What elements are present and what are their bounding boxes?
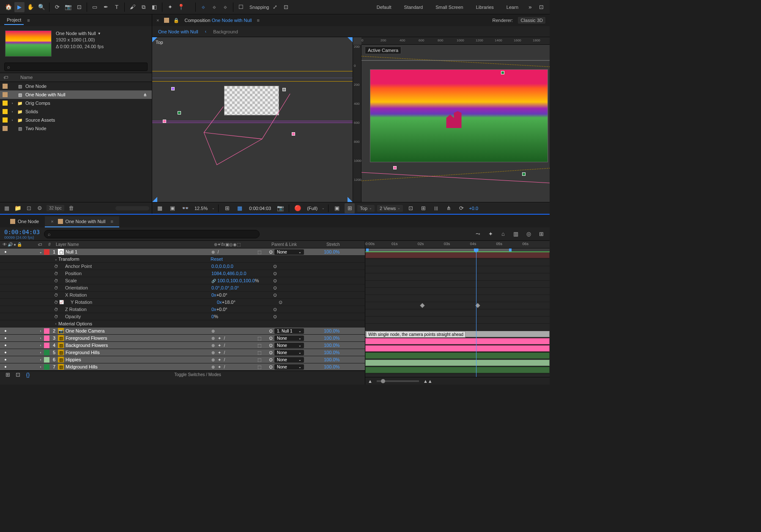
- toggle-switches-label[interactable]: Toggle Switches / Modes: [174, 372, 221, 377]
- workspace-overflow-icon[interactable]: »: [525, 2, 535, 12]
- close-tab-icon[interactable]: ×: [156, 18, 159, 23]
- timeline-icon[interactable]: ⫼: [431, 203, 441, 213]
- axis-local-icon[interactable]: ⟐: [198, 2, 208, 12]
- roto-tool-icon[interactable]: ✦: [165, 2, 175, 12]
- toggle-mask-icon[interactable]: ▣: [167, 203, 178, 213]
- comp-time[interactable]: 0:00:04:03: [247, 206, 273, 211]
- selection-tool-icon[interactable]: ▶: [14, 2, 25, 12]
- lock-icon[interactable]: 🔒: [173, 18, 179, 23]
- pan-behind-tool-icon[interactable]: ⊡: [74, 2, 84, 12]
- shy-icon[interactable]: ⌂: [499, 230, 507, 238]
- snap-opt1-icon[interactable]: ⤢: [270, 2, 280, 12]
- breadcrumb-link[interactable]: One Node with Null: [212, 18, 252, 23]
- toggle-icon-2[interactable]: ⊡: [13, 370, 23, 380]
- resolution-dropdown[interactable]: (Full): [305, 206, 319, 211]
- goggles-icon[interactable]: 👓: [180, 203, 190, 213]
- stretch-column[interactable]: Stretch: [324, 242, 365, 247]
- home-icon[interactable]: 🏠: [3, 2, 14, 12]
- exposure-value[interactable]: +0.0: [469, 206, 478, 211]
- zoom-value[interactable]: 12.5%: [193, 206, 209, 211]
- shape-tool-icon[interactable]: ▭: [90, 2, 100, 12]
- zoom-in-icon[interactable]: ▲▲: [423, 379, 433, 384]
- layer-row[interactable]: ● › 3 ▧ Foreground Flowers ⊕ ✦ /⬚ ⊙None⌄…: [0, 335, 365, 342]
- property-row[interactable]: ⏱Opacity0%⊙: [0, 313, 365, 320]
- type-tool-icon[interactable]: T: [112, 2, 122, 12]
- grid-toggle-icon[interactable]: ⊞: [345, 203, 355, 213]
- interpret-footage-icon[interactable]: ▦: [3, 204, 11, 213]
- property-row[interactable]: ⏱📈Y Rotation0x+18.0°⊙: [0, 299, 365, 306]
- brush-tool-icon[interactable]: 🖌: [127, 2, 137, 12]
- audio-column-icon[interactable]: 🔊: [8, 242, 13, 247]
- timeline-timecode[interactable]: 0:00:04:03: [4, 229, 40, 235]
- axis-world-icon[interactable]: ⟐: [209, 2, 219, 12]
- project-tab[interactable]: Project: [4, 16, 24, 25]
- time-ruler[interactable]: 0:00s01s02s03s04s05s06s: [365, 241, 550, 248]
- timeline-search-input[interactable]: ⌕: [44, 230, 260, 238]
- project-item[interactable]: ▧One Node with Null⋔: [0, 90, 152, 99]
- viewport-top[interactable]: Top: [152, 37, 353, 202]
- grid-icon[interactable]: ▦: [155, 203, 165, 213]
- snapshot-icon[interactable]: 📷: [275, 203, 285, 213]
- settings-icon[interactable]: ⚙: [36, 204, 44, 213]
- project-item[interactable]: ▧One Node: [0, 82, 152, 90]
- property-row[interactable]: ⏱Anchor Point0.0,0.0,0.0⊙: [0, 263, 365, 270]
- channel-icon[interactable]: 🔴: [293, 203, 303, 213]
- motion-blur-icon[interactable]: ◎: [524, 230, 533, 238]
- pixel-aspect-icon[interactable]: ⊡: [405, 203, 416, 213]
- camera-tool-icon[interactable]: 📷: [63, 2, 73, 12]
- pen-tool-icon[interactable]: ✒: [101, 2, 111, 12]
- layer-row[interactable]: ● › 7 ▧ Midground Hills ⊕ ✦ /⬚ ⊙None⌄ 10…: [0, 363, 365, 371]
- material-options-group[interactable]: ›Material Options: [0, 320, 365, 327]
- back-arrow-icon[interactable]: ‹: [205, 29, 206, 34]
- zoom-out-icon[interactable]: ▲: [368, 379, 372, 384]
- snap-opt2-icon[interactable]: ⊡: [281, 2, 291, 12]
- toggle-icon-1[interactable]: ⊞: [3, 370, 13, 380]
- timeline-track-area[interactable]: 0:00s01s02s03s04s05s06s With single node…: [365, 241, 550, 385]
- fast-preview-icon[interactable]: ⊞: [418, 203, 428, 213]
- zoom-slider[interactable]: [377, 380, 419, 382]
- graph-editor-icon[interactable]: ⊞: [537, 230, 545, 238]
- project-search-input[interactable]: ⌕: [4, 63, 148, 71]
- region-icon[interactable]: ▣: [332, 203, 342, 213]
- project-item[interactable]: ›📁Source Assets: [0, 116, 152, 124]
- solo-column-icon[interactable]: ●: [14, 242, 16, 247]
- layer-row[interactable]: ● › 4 ▧ Background Flowers ⊕ ✦ /⬚ ⊙None⌄…: [0, 342, 365, 349]
- new-folder-icon[interactable]: 📁: [14, 204, 22, 213]
- puppet-tool-icon[interactable]: 📍: [176, 2, 186, 12]
- project-item[interactable]: ›📁Orig Comps: [0, 99, 152, 107]
- viewport-active-camera[interactable]: 020040060080010001200140016001800 200020…: [353, 37, 550, 202]
- layer-name-column[interactable]: Layer Name: [53, 242, 214, 247]
- playhead[interactable]: [476, 252, 476, 377]
- property-row[interactable]: ⏱Scale🔗 100.0,100.0,100.0%⊙: [0, 277, 365, 284]
- transparency-icon[interactable]: ▦: [235, 203, 245, 213]
- tag-column-icon[interactable]: 🏷: [3, 75, 12, 80]
- search-help-icon[interactable]: ⊡: [536, 2, 546, 12]
- property-row[interactable]: ⏱Position1084.0,486.0,0.0⊙: [0, 270, 365, 277]
- property-row[interactable]: ⏱Z Rotation0x+0.0°⊙: [0, 306, 365, 313]
- snap-checkbox-icon[interactable]: ☐: [236, 2, 246, 12]
- panel-menu-icon[interactable]: ≡: [27, 18, 30, 23]
- res-arrow-icon[interactable]: ⌄: [322, 206, 325, 210]
- layer-row[interactable]: ● › 5 ▧ Foreground Hills ⊕ ✦ /⬚ ⊙None⌄ 1…: [0, 349, 365, 356]
- timeline-tracks[interactable]: With single node, the camera points stra…: [365, 252, 550, 377]
- workspace-learn[interactable]: Learn: [501, 0, 524, 14]
- bpc-toggle[interactable]: 32 bpc: [47, 205, 64, 211]
- view-mode-dropdown[interactable]: Top⌄: [357, 205, 375, 212]
- property-row[interactable]: ⏱Orientation0.0°,0.0°,0.0°⊙: [0, 284, 365, 292]
- label-column-icon[interactable]: 🏷: [38, 242, 46, 247]
- trash-icon[interactable]: 🗑: [67, 204, 75, 213]
- sub-tab-background[interactable]: Background: [213, 29, 238, 34]
- draft3d-icon[interactable]: ✦: [486, 230, 495, 238]
- timeline-tab[interactable]: ×One Node with Null≡: [45, 216, 119, 227]
- slider[interactable]: [115, 206, 149, 210]
- parent-column[interactable]: Parent & Link: [269, 242, 324, 247]
- frame-blend-icon[interactable]: ▥: [512, 230, 520, 238]
- name-column-header[interactable]: Name: [20, 75, 33, 80]
- orbit-tool-icon[interactable]: ⟳: [52, 2, 62, 12]
- zoom-tool-icon[interactable]: 🔍: [36, 2, 47, 12]
- clone-tool-icon[interactable]: ⧉: [138, 2, 148, 12]
- layer-row[interactable]: ● › 2 📷 One Node Camera ⊕ ⊙1. Null 1⌄ 10…: [0, 327, 365, 335]
- comp-mini-flowchart-icon[interactable]: ⤳: [474, 230, 482, 238]
- axis-view-icon[interactable]: ⟐: [220, 2, 230, 12]
- transform-group[interactable]: ⌄TransformReset: [0, 256, 365, 263]
